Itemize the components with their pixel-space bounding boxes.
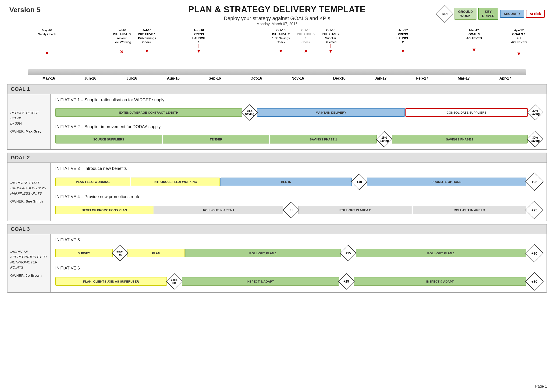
milestone-arrow-marker: ▼ — [144, 48, 150, 54]
init4-title: INITIATIVE 4 – Provide new promotions ro… — [55, 194, 542, 199]
milestone-arrow-marker: ▼ — [278, 48, 284, 54]
kpi-diamond: KPI — [437, 6, 453, 22]
kpi-label: KPI — [442, 12, 447, 16]
timeline-bar — [28, 69, 526, 75]
milestone-x-marker: ✕ — [120, 49, 124, 55]
month-jan17: Jan-17 — [360, 76, 402, 81]
goal3-owner: OWNER: Jo Brown — [10, 273, 47, 277]
milestone-arrow-marker: ▼ — [400, 48, 405, 54]
bar-rollout-area1: ROLL-OUT IN AREA 1 — [154, 206, 283, 214]
diamond-plus10-init4: +10 — [284, 203, 298, 217]
goal3-body: INCREASE APPRECIATION BY 30 NETPROMOTER … — [7, 234, 547, 292]
diamond-30pct-saving-init2: 30%Saving — [528, 133, 542, 146]
init2-title: INITIATIVE 2 – Supplier improvement for … — [55, 124, 542, 129]
milestone-initiative3-rollout: Jul-16INITIATIVE 3roll-outFlexi Working … — [113, 28, 131, 55]
init5-title: INITIATIVE 5 - — [55, 238, 542, 242]
initiative1: INITIATIVE 1 – Supplier rationalisation … — [55, 98, 542, 119]
goal3-sidebar-text: INCREASE APPRECIATION BY 30 NETPROMOTER … — [10, 249, 47, 270]
goal3-header: GOAL 3 — [7, 224, 547, 234]
initiative3: INITIATIVE 3 – Introduce new benefits PL… — [55, 166, 542, 189]
milestone-connector — [403, 44, 403, 48]
diamond-plus30-init5: +30 — [527, 246, 542, 261]
milestone-label: Jul-16INITIATIVE 3roll-outFlexi Working — [113, 28, 131, 44]
month-mar17: Mar-17 — [443, 76, 485, 81]
header-date: Monday, March 07, 2016 — [7, 22, 547, 26]
month-feb17: Feb-17 — [402, 76, 443, 81]
goal1-initiatives: INITIATIVE 1 – Supplier rationalisation … — [51, 94, 547, 149]
milestone-connector — [519, 44, 519, 51]
milestone-connector — [47, 36, 47, 50]
milestone-arrow-marker: ▼ — [196, 48, 201, 54]
diamond-baseline-init5: Base-line — [113, 246, 127, 260]
initiative6: INITIATIVE 6 PLAN: CLIENTS JOIN AS SUPER… — [55, 266, 542, 289]
month-dec16: Dec-16 — [319, 76, 360, 81]
timeline-section: May-16Sanity Check ✕ Jul-16INITIATIVE 3r… — [7, 28, 547, 81]
diamond-plus15-init5: +15 — [341, 246, 355, 260]
bar-tender: TENDER — [163, 135, 270, 143]
month-nov16: Nov-16 — [277, 76, 319, 81]
milestone-label: Oct-16INITIATIVE 5+15Check — [297, 28, 315, 44]
milestone-connector — [147, 44, 147, 48]
bar-introduce-flexi: INTRODUCE FLEXI-WORKING — [131, 178, 220, 186]
legend-keydriver: KEYDRIVER — [478, 8, 498, 20]
init3-title: INITIATIVE 3 – Introduce new benefits — [55, 166, 542, 171]
bar-extend-contract: EXTEND AVERAGE CONTRACT LENGTH — [55, 108, 242, 117]
month-oct16: Oct-16 — [235, 76, 277, 81]
diamond-plus30-init6: +30 — [527, 274, 542, 289]
goal1-owner: OWNER: Max Grey — [10, 129, 47, 133]
milestone-initiative2-savings: Oct-16INITIATIVE 215% SavingsCheck ▼ — [272, 28, 290, 54]
milestone-label: Jul-16INITIATIVE 115% SavingsCheck — [137, 28, 156, 44]
bar-inspect-adapt-init6b: INSPECT & ADAPT — [354, 277, 526, 286]
month-aug16: Aug-16 — [152, 76, 194, 81]
milestone-label: Apr-17GOALS 1 & 2ACHIEVED — [511, 28, 527, 44]
init2-bars: SOURCE SUPPLIERS TENDER SAVINGS PHASE 1 … — [55, 133, 542, 146]
legend-security: SECURITY — [500, 10, 524, 18]
month-sep16: Sep-16 — [194, 76, 236, 81]
page: Version 5 PLAN & STRATEGY DELIVERY TEMPL… — [0, 0, 554, 392]
goal2-body: INCREASE STAFF SATISFACTION BY 25 HAPPIN… — [7, 163, 547, 221]
legend-groundwork: GROUNDWORK — [454, 8, 476, 20]
milestone-label: Jan-17PRESSLAUNCH2 — [396, 28, 410, 44]
bar-maintain-delivery: MAINTAIN DELIVERY — [257, 108, 405, 117]
bar-survey: SURVEY — [55, 249, 113, 257]
goal1-body: REDUCE DIRECT SPENDby 30% OWNER: Max Gre… — [7, 94, 547, 149]
init5-bars: SURVEY Base-line PLAN ROLL-OUT PLAN 1 +1… — [55, 246, 542, 261]
milestone-arrow-marker: ▼ — [472, 47, 477, 53]
milestone-connector — [306, 44, 306, 49]
diamond-30pct-saving-init1: 30%Saving — [528, 106, 542, 119]
init1-title: INITIATIVE 1 – Supplier rationalisation … — [55, 98, 542, 102]
diamond-plus10-init3: +10 — [353, 175, 366, 189]
goal2-sidebar: INCREASE STAFF SATISFACTION BY 25 HAPPIN… — [7, 163, 51, 221]
goal2-initiatives: INITIATIVE 3 – Introduce new benefits PL… — [51, 163, 547, 221]
init3-bars: PLAN FLEXI-WORKING INTRODUCE FLEXI-WORKI… — [55, 174, 542, 189]
init1-bars: EXTEND AVERAGE CONTRACT LENGTH 15%Saving… — [55, 106, 542, 119]
init6-title: INITIATIVE 6 — [55, 266, 542, 271]
initiative4: INITIATIVE 4 – Provide new promotions ro… — [55, 194, 542, 217]
milestone-initiative1-check: Jul-16INITIATIVE 115% SavingsCheck ▼ — [137, 28, 156, 54]
goal2-owner: OWNER: Sue Smith — [10, 199, 47, 203]
timeline-milestones: May-16Sanity Check ✕ Jul-16INITIATIVE 3r… — [28, 28, 526, 69]
milestone-connector — [199, 44, 199, 48]
goal1-sidebar-text: REDUCE DIRECT SPENDby 30% — [10, 110, 47, 126]
milestone-press-launch-1: Aug-16PRESSLAUNCH1 ▼ — [193, 28, 205, 54]
month-jun16: Jun-16 — [70, 76, 111, 81]
bar-plan-init5: PLAN — [128, 249, 185, 257]
header: Version 5 PLAN & STRATEGY DELIVERY TEMPL… — [7, 5, 547, 26]
milestone-connector — [281, 44, 281, 48]
milestone-connector — [474, 40, 474, 47]
milestone-press-launch-2: Jan-17PRESSLAUNCH2 ▼ — [396, 28, 410, 54]
diamond-15pct-saving-init2: 15%Saving — [377, 133, 391, 146]
goal1-sidebar: REDUCE DIRECT SPENDby 30% OWNER: Max Gre… — [7, 94, 51, 149]
milestone-x-marker: ✕ — [304, 49, 308, 54]
month-jul16: Jul-16 — [111, 76, 152, 81]
init6-bars: PLAN: CLIENTS JOIN AS SUPERUSER Base-lin… — [55, 274, 542, 289]
page-number: Page 1 — [535, 384, 547, 389]
timeline-months: May-16 Jun-16 Jul-16 Aug-16 Sep-16 Oct-1… — [28, 76, 526, 81]
milestone-connector — [122, 44, 122, 49]
goal2-sidebar-text: INCREASE STAFF SATISFACTION BY 25 HAPPIN… — [10, 180, 47, 196]
month-may16: May-16 — [28, 76, 70, 81]
milestone-arrow-marker: ▼ — [328, 48, 333, 54]
diamond-baseline-init6: Base-line — [167, 275, 181, 288]
milestone-label: Oct-16INITIATIVE 2SupplierSelected — [322, 28, 340, 44]
legend-atrisk: At Risk — [526, 10, 545, 18]
